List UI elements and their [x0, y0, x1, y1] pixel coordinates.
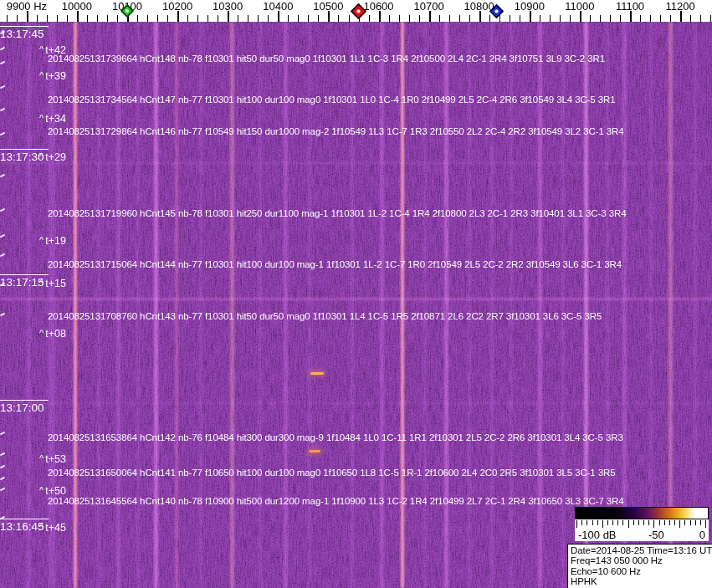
ruler-tick — [117, 15, 118, 22]
ruler-tick — [620, 15, 621, 22]
db-tick — [607, 520, 608, 525]
ruler-tick — [97, 15, 98, 22]
time-offset-mark: ^t+15 — [39, 278, 66, 289]
caret-icon: ^ — [39, 113, 44, 123]
time-label: 13:17:00 — [0, 401, 44, 414]
ruler-tick — [157, 15, 158, 22]
time-offset-label: t+53 — [45, 453, 66, 465]
ruler-tick — [17, 15, 18, 22]
db-tick — [587, 520, 587, 525]
ruler-tick — [197, 15, 198, 22]
time-offset-mark: ^t+19 — [39, 235, 66, 247]
time-label: 13:16:45 — [0, 520, 44, 533]
info-frequency: Freq=143 050 000 Hz — [571, 555, 712, 565]
ruler-label: 9900 Hz — [7, 0, 47, 13]
detection-log-line: 20140825131708760 hCnt143 nb-77 f10301 h… — [48, 311, 602, 321]
ruler-tick — [469, 15, 470, 22]
ruler-label: 11100 — [616, 0, 644, 13]
ruler-tick — [7, 15, 8, 22]
ruler-tick — [137, 15, 138, 22]
freq-marker-green[interactable] — [120, 4, 134, 21]
noise-band — [0, 162, 712, 164]
db-tick — [602, 520, 603, 528]
ruler-tick — [218, 15, 218, 22]
ruler-tick — [419, 15, 420, 22]
db-tick — [576, 520, 577, 528]
ruler-tick — [107, 15, 108, 22]
freq-marker-blue[interactable] — [489, 4, 504, 22]
db-tick — [612, 520, 613, 525]
caret-icon: ^ — [39, 485, 44, 495]
ruler-tick — [600, 15, 601, 22]
ruler-tick — [238, 15, 238, 22]
ruler-label: 10300 — [213, 0, 243, 13]
ruler-label: 11200 — [666, 0, 695, 13]
time-label-text: 13:17:15 — [0, 276, 44, 289]
ruler-tick — [338, 15, 339, 22]
ruler-label: 10000 — [62, 0, 92, 13]
ruler-tick — [650, 15, 651, 22]
ruler-tick — [459, 15, 460, 22]
detection-log-line: 20140825131734564 hCnt147 nb-77 f10301 h… — [48, 95, 616, 105]
detection-log-line: 20140825131650064 hCnt141 nb-77 f10650 h… — [48, 468, 616, 478]
time-offset-mark: ^t+53 — [39, 453, 66, 465]
db-tick — [581, 520, 582, 525]
frequency-ruler[interactable]: 9900 Hz100001010010200103001040010500106… — [0, 0, 712, 22]
time-offset-label: t+29 — [45, 151, 66, 163]
caret-icon: ^ — [39, 235, 44, 245]
time-offset-mark: ^t+45 — [39, 522, 66, 534]
ruler-label: 11000 — [565, 0, 594, 13]
time-label-text: 13:16:45 — [0, 520, 44, 533]
noise-band — [0, 298, 712, 300]
caret-icon: ^ — [39, 70, 44, 80]
db-tick — [643, 520, 644, 525]
ruler-tick — [399, 15, 400, 22]
ruler-tick — [318, 15, 319, 22]
ruler-tick — [308, 15, 309, 22]
carrier-streak — [668, 22, 673, 588]
ruler-tick — [187, 15, 188, 22]
time-tick-line — [0, 149, 49, 150]
time-offset-label: t+19 — [45, 235, 66, 247]
time-label: 13:17:45 — [0, 28, 44, 40]
ruler-tick — [690, 15, 691, 22]
info-echo: Echo=10 600 Hz — [571, 566, 712, 576]
db-tick — [690, 520, 691, 525]
ruler-tick — [47, 15, 48, 22]
ruler-tick — [570, 15, 571, 22]
time-offset-mark: ^t+50 — [39, 485, 66, 497]
db-tick — [695, 520, 696, 525]
ruler-tick — [409, 15, 410, 22]
color-gradient-bar — [575, 507, 709, 519]
status-info-box: Date=2014-08-25 Time=13:16 UTC Freq=143 … — [567, 544, 712, 588]
info-station-id: HPHK — [571, 576, 712, 586]
ruler-label: 10900 — [515, 0, 545, 13]
db-label-mid: -50 — [648, 529, 664, 541]
ruler-tick — [167, 15, 168, 22]
db-tick — [617, 520, 618, 525]
ruler-tick — [449, 15, 450, 22]
ruler-label: 10600 — [363, 0, 393, 13]
time-label-text: 13:17:30 — [0, 151, 44, 163]
noise-band — [0, 402, 712, 404]
ruler-tick — [147, 15, 148, 22]
detection-log-line: 20140825131729864 hCnt146 nb-77 f10549 h… — [48, 126, 624, 136]
ruler-tick — [37, 15, 38, 22]
ruler-tick — [670, 15, 671, 22]
ruler-tick — [439, 15, 440, 22]
green-diamond-icon — [120, 4, 134, 18]
freq-marker-red[interactable] — [351, 3, 366, 23]
ruler-tick — [700, 15, 701, 22]
ruler-tick — [67, 15, 68, 22]
time-label-text: 13:17:45 — [0, 28, 44, 40]
db-tick — [679, 520, 680, 528]
ruler-label: 10500 — [313, 0, 343, 13]
ruler-tick — [540, 15, 540, 22]
ruler-tick — [288, 15, 289, 22]
ruler-tick — [550, 15, 551, 22]
ruler-tick — [590, 15, 591, 22]
caret-icon: ^ — [39, 453, 44, 463]
caret-icon: ^ — [39, 151, 44, 161]
caret-icon: ^ — [39, 328, 44, 338]
blue-diamond-icon — [489, 4, 504, 18]
